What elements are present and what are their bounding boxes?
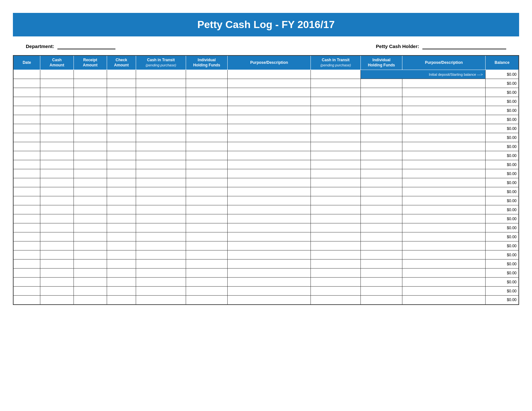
cell-balance[interactable]: $0.00 [486,296,519,305]
cell-individual1[interactable] [186,296,228,305]
cell-individual2[interactable] [361,88,402,97]
cell-date[interactable] [13,124,40,133]
cell-individual2[interactable] [361,205,402,214]
cell-individual2[interactable] [361,115,402,124]
cell-transit1[interactable] [136,187,186,196]
cell-date[interactable] [13,106,40,115]
cell-receipt-amount[interactable] [74,169,107,178]
cell-date[interactable] [13,196,40,205]
cell-transit1[interactable] [136,241,186,250]
cell-individual2[interactable] [361,178,402,187]
cell-individual1[interactable] [186,133,228,142]
cell-check-amount[interactable] [107,79,136,88]
cell-individual2[interactable] [361,250,402,259]
cell-receipt-amount[interactable] [74,160,107,169]
cell-purpose2[interactable] [402,79,486,88]
cell-purpose2[interactable] [402,259,486,269]
cell-date[interactable] [13,178,40,187]
cell-purpose1[interactable] [228,115,311,124]
cell-individual2[interactable] [361,169,402,178]
cell-cash-amount[interactable] [40,287,74,296]
cell-receipt-amount[interactable] [74,205,107,214]
cell-cash-amount[interactable] [40,106,74,115]
cell-check-amount[interactable] [107,106,136,115]
cell-individual1[interactable] [186,259,228,269]
cell-individual1[interactable] [186,287,228,296]
cell-transit1[interactable] [136,250,186,259]
cell-date[interactable] [13,79,40,88]
cell-transit2[interactable] [311,269,361,278]
cell-transit2[interactable] [311,115,361,124]
cell-transit1[interactable] [136,115,186,124]
cell-transit2[interactable] [311,278,361,287]
cell-date[interactable] [13,151,40,160]
cell-check-amount[interactable] [107,296,136,305]
cell-receipt-amount[interactable] [74,250,107,259]
cell-transit1[interactable] [136,142,186,151]
cell-balance[interactable]: $0.00 [486,133,519,142]
cell-individual2[interactable] [361,133,402,142]
cell-purpose2[interactable] [402,169,486,178]
cell-individual2[interactable] [361,187,402,196]
cell-cash-amount[interactable] [40,133,74,142]
cell-purpose1[interactable] [228,250,311,259]
cell-individual1[interactable] [186,187,228,196]
cell-date[interactable] [13,169,40,178]
cell-balance[interactable]: $0.00 [486,70,519,79]
cell-cash-amount[interactable] [40,278,74,287]
cell-cash-amount[interactable] [40,241,74,250]
cell-transit1[interactable] [136,97,186,106]
cell-transit2[interactable] [311,70,361,79]
cell-receipt-amount[interactable] [74,214,107,223]
cell-date[interactable] [13,205,40,214]
cell-purpose2[interactable] [402,269,486,278]
cell-transit1[interactable] [136,151,186,160]
cell-individual1[interactable] [186,205,228,214]
cell-purpose1[interactable] [228,88,311,97]
cell-individual2[interactable] [361,160,402,169]
cell-purpose2[interactable] [402,160,486,169]
cell-purpose1[interactable] [228,223,311,232]
cell-transit2[interactable] [311,232,361,241]
cell-balance[interactable]: $0.00 [486,151,519,160]
cell-transit1[interactable] [136,79,186,88]
cell-individual1[interactable] [186,97,228,106]
cell-check-amount[interactable] [107,205,136,214]
cell-transit2[interactable] [311,296,361,305]
cell-check-amount[interactable] [107,250,136,259]
cell-receipt-amount[interactable] [74,133,107,142]
cell-cash-amount[interactable] [40,269,74,278]
cell-balance[interactable]: $0.00 [486,115,519,124]
cell-balance[interactable]: $0.00 [486,124,519,133]
cell-check-amount[interactable] [107,178,136,187]
cell-transit2[interactable] [311,151,361,160]
cell-purpose1[interactable] [228,142,311,151]
cell-transit2[interactable] [311,124,361,133]
cell-date[interactable] [13,115,40,124]
cell-individual1[interactable] [186,124,228,133]
cell-transit2[interactable] [311,169,361,178]
cell-balance[interactable]: $0.00 [486,142,519,151]
cell-receipt-amount[interactable] [74,88,107,97]
cell-cash-amount[interactable] [40,115,74,124]
cell-balance[interactable]: $0.00 [486,259,519,269]
cell-transit2[interactable] [311,133,361,142]
cell-cash-amount[interactable] [40,214,74,223]
cell-receipt-amount[interactable] [74,187,107,196]
cell-check-amount[interactable] [107,214,136,223]
cell-receipt-amount[interactable] [74,124,107,133]
cell-receipt-amount[interactable] [74,79,107,88]
cell-purpose2[interactable] [402,241,486,250]
cell-purpose2[interactable] [402,250,486,259]
cell-cash-amount[interactable] [40,223,74,232]
cell-individual1[interactable] [186,151,228,160]
cell-receipt-amount[interactable] [74,232,107,241]
cell-date[interactable] [13,187,40,196]
cell-purpose1[interactable] [228,196,311,205]
cell-purpose2[interactable] [402,97,486,106]
cell-cash-amount[interactable] [40,124,74,133]
cell-purpose2[interactable] [402,232,486,241]
cell-check-amount[interactable] [107,187,136,196]
cell-transit2[interactable] [311,142,361,151]
cell-date[interactable] [13,133,40,142]
